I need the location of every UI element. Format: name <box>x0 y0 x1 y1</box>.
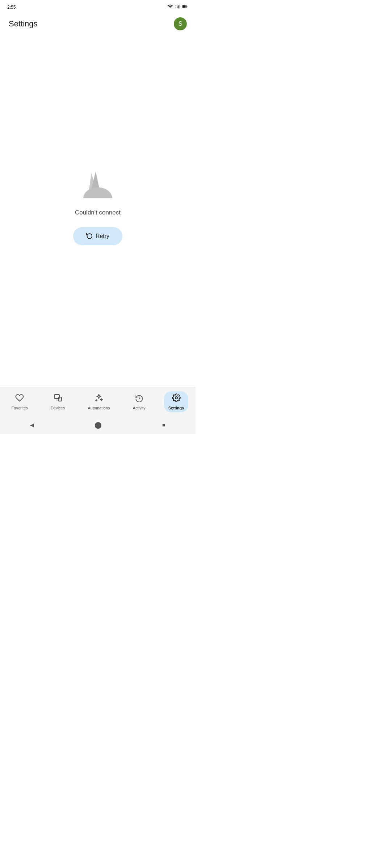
connection-error-image <box>80 169 116 198</box>
battery-icon <box>182 4 188 11</box>
nav-item-devices[interactable]: Devices <box>46 391 69 412</box>
nav-item-automations[interactable]: Automations <box>83 391 114 412</box>
error-illustration <box>80 169 116 198</box>
svg-point-8 <box>175 397 177 399</box>
retry-icon <box>86 232 93 240</box>
svg-rect-3 <box>179 5 180 8</box>
heart-icon <box>15 393 24 404</box>
bottom-nav: Favorites Devices Automations <box>0 387 196 416</box>
gear-icon <box>172 393 181 404</box>
retry-button[interactable]: Retry <box>73 227 122 245</box>
nav-label-devices: Devices <box>51 406 65 410</box>
nav-label-activity: Activity <box>133 406 146 410</box>
nav-label-settings: Settings <box>168 406 184 410</box>
page-title: Settings <box>9 19 38 29</box>
svg-rect-2 <box>178 5 178 8</box>
wifi-icon <box>167 4 173 11</box>
nav-label-favorites: Favorites <box>12 406 28 410</box>
status-bar: 2:55 <box>0 0 196 13</box>
error-message: Couldn't connect <box>75 209 121 216</box>
main-content: Couldn't connect Retry <box>0 35 196 380</box>
recents-button[interactable]: ■ <box>162 422 165 428</box>
svg-rect-5 <box>183 5 186 8</box>
back-button[interactable]: ◀ <box>30 422 34 428</box>
devices-icon <box>54 393 62 404</box>
home-button[interactable]: ⬤ <box>94 421 102 429</box>
nav-item-activity[interactable]: Activity <box>129 391 150 412</box>
svg-rect-0 <box>176 7 176 8</box>
retry-label: Retry <box>96 233 109 239</box>
history-icon <box>135 393 143 404</box>
status-icons <box>167 4 188 11</box>
hill-shape <box>83 187 112 198</box>
svg-rect-1 <box>177 6 177 8</box>
signal-icon <box>175 4 180 11</box>
header: Settings S <box>0 13 196 35</box>
nav-label-automations: Automations <box>88 406 110 410</box>
system-nav: ◀ ⬤ ■ <box>0 416 196 434</box>
status-time: 2:55 <box>7 5 16 10</box>
nav-item-settings[interactable]: Settings <box>164 391 188 412</box>
nav-item-favorites[interactable]: Favorites <box>7 391 32 412</box>
avatar[interactable]: S <box>174 17 187 30</box>
sparkles-icon <box>94 393 103 404</box>
